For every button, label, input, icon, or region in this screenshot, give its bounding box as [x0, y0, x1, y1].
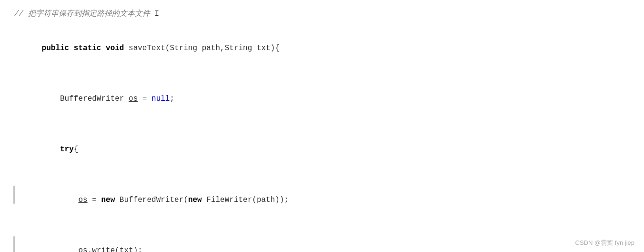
line-os-write: os.write(txt);	[0, 225, 644, 252]
try-text: try{	[14, 125, 78, 174]
comment-text: // 把字符串保存到指定路径的文本文件	[14, 6, 150, 22]
os-write-text: os.write(txt);	[14, 226, 142, 252]
watermark: CSDN @雲葉 fyn jiep	[575, 239, 634, 247]
os-assign-text: os = new BufferedWriter(new FileWriter(p…	[14, 176, 289, 224]
line-os-assign: os = new BufferedWriter(new FileWriter(p…	[0, 175, 644, 225]
line-buffered-writer: BufferedWriter os = null;	[0, 74, 644, 124]
line-try: try{	[0, 124, 644, 175]
comment-cursor: I	[150, 6, 159, 22]
line-comment: // 把字符串保存到指定路径的文本文件 I	[0, 5, 644, 23]
line-method-sig: public static void saveText(String path,…	[0, 23, 644, 74]
code-editor: // 把字符串保存到指定路径的文本文件 I public static void…	[0, 0, 644, 252]
buffered-writer-text: BufferedWriter os = null;	[14, 74, 174, 123]
method-text: public static void saveText(String path,…	[14, 24, 280, 73]
